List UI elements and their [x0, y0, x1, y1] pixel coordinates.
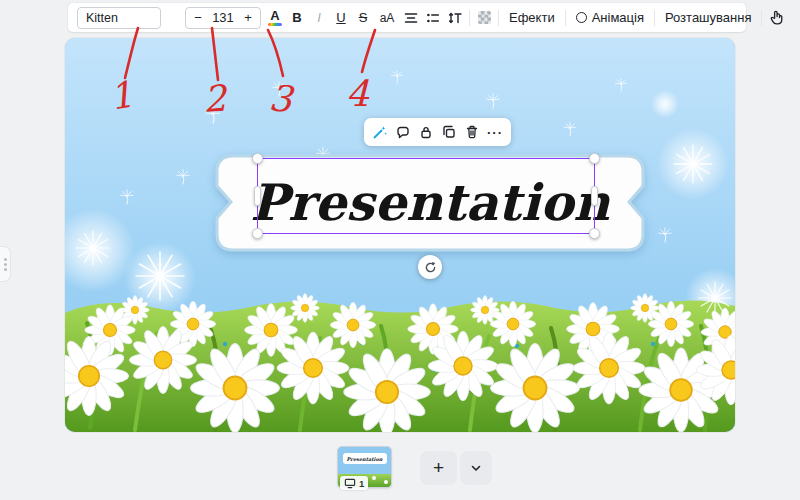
transparency-button[interactable]: [473, 6, 495, 30]
rotate-handle[interactable]: [418, 255, 442, 279]
resize-handle-left[interactable]: [254, 186, 261, 206]
lock-button[interactable]: [415, 121, 437, 143]
letter-case-button[interactable]: aA: [374, 6, 400, 30]
divider: [654, 10, 655, 26]
text-align-button[interactable]: [400, 6, 422, 30]
font-family-value: Kitten: [86, 11, 118, 25]
position-button[interactable]: Розташування: [658, 6, 759, 30]
resize-handle-top-left[interactable]: [252, 153, 263, 164]
thumbnail-banner: Presentation: [343, 453, 387, 464]
divider: [498, 10, 499, 26]
resize-handle-bottom-left[interactable]: [252, 228, 263, 239]
font-size-increase-button[interactable]: +: [241, 11, 255, 24]
text-color-letter: A: [270, 9, 279, 22]
font-size-decrease-button[interactable]: −: [191, 11, 205, 24]
align-center-icon: [403, 10, 419, 26]
divider: [469, 10, 470, 26]
font-family-select[interactable]: Kitten: [77, 7, 161, 29]
page-indicator: 1: [340, 476, 368, 490]
duplicate-icon: [441, 124, 457, 140]
slide-artwork: Presentation: [65, 38, 735, 432]
text-toolbar: Kitten − 131 + A B I U S aA Ефекти Ан: [68, 3, 746, 32]
chevron-down-icon: [469, 461, 483, 475]
resize-handle-top-right[interactable]: [589, 153, 600, 164]
more-options-button[interactable]: ···: [484, 121, 506, 143]
comment-button[interactable]: [392, 121, 414, 143]
resize-handle-right[interactable]: [591, 186, 598, 206]
text-color-button[interactable]: A: [264, 6, 286, 30]
transparency-checker-icon: [478, 11, 491, 24]
display-icon: [344, 477, 356, 489]
italic-button[interactable]: I: [308, 6, 330, 30]
animation-button[interactable]: Анімація: [569, 6, 651, 30]
grip-dots-icon: [4, 263, 7, 266]
divider: [565, 10, 566, 26]
bullet-list-icon: [425, 10, 441, 26]
text-selection-box[interactable]: [257, 158, 595, 234]
panel-collapse-tab[interactable]: [0, 246, 11, 282]
animation-ring-icon: [576, 12, 587, 23]
page-number: 1: [359, 478, 364, 489]
magic-edit-button[interactable]: [369, 121, 391, 143]
delete-button[interactable]: [461, 121, 483, 143]
expand-pages-button[interactable]: [460, 451, 492, 485]
add-page-button[interactable]: +: [420, 451, 457, 485]
trash-icon: [464, 124, 480, 140]
slide-canvas[interactable]: Presentation: [65, 38, 735, 432]
font-size-control: − 131 +: [185, 7, 261, 29]
list-button[interactable]: [422, 6, 444, 30]
magic-wand-icon: [372, 124, 388, 140]
canva-editor: { "toolbar": { "font_name": "Kitten", "s…: [0, 0, 800, 500]
lock-icon: [418, 124, 434, 140]
underline-button[interactable]: U: [330, 6, 352, 30]
hand-pointer-icon: [768, 9, 785, 26]
strikethrough-button[interactable]: S: [352, 6, 374, 30]
comment-icon: [395, 124, 411, 140]
spacing-button[interactable]: [444, 6, 466, 30]
line-spacing-icon: [447, 10, 463, 26]
thumbnail-title: Presentation: [347, 456, 383, 462]
divider: [761, 10, 762, 26]
bold-button[interactable]: B: [286, 6, 308, 30]
element-context-toolbar: ···: [364, 118, 511, 146]
duplicate-button[interactable]: [438, 121, 460, 143]
presenter-pointer-button[interactable]: [765, 6, 787, 30]
rainbow-bar-icon: [268, 23, 282, 26]
resize-handle-bottom-right[interactable]: [589, 228, 600, 239]
effects-button[interactable]: Ефекти: [502, 6, 562, 30]
font-size-value[interactable]: 131: [212, 10, 234, 25]
rotate-icon: [423, 260, 438, 275]
animation-label: Анімація: [592, 10, 644, 25]
